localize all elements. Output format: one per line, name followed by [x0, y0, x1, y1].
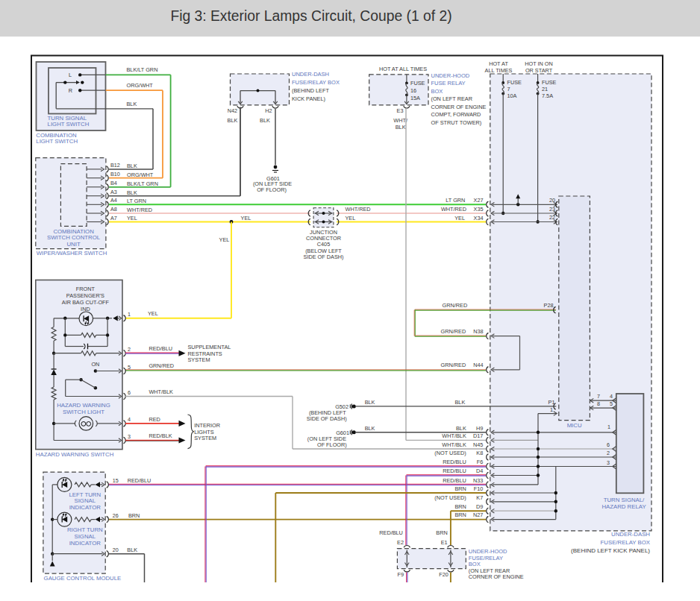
svg-text:SWITCH LIGHT: SWITCH LIGHT	[63, 409, 104, 415]
svg-text:BLK: BLK	[127, 189, 137, 196]
svg-text:WHT/BLK: WHT/BLK	[149, 388, 173, 395]
svg-text:LT GRN: LT GRN	[127, 198, 146, 204]
svg-text:16: 16	[410, 87, 416, 94]
svg-text:23: 23	[549, 206, 555, 213]
svg-text:A7: A7	[110, 215, 117, 221]
svg-text:FUSE: FUSE	[542, 79, 557, 86]
svg-text:GAUGE CONTROL MODULE: GAUGE CONTROL MODULE	[44, 575, 122, 582]
svg-text:HOT AT ALL TIMES: HOT AT ALL TIMES	[379, 66, 427, 72]
svg-text:F20: F20	[439, 571, 449, 578]
svg-text:N27: N27	[473, 512, 483, 518]
svg-text:RED/BLU: RED/BLU	[443, 477, 466, 484]
svg-text:UNDER-HOOD: UNDER-HOOD	[431, 72, 470, 79]
svg-text:(NOT USED): (NOT USED)	[434, 494, 466, 501]
svg-text:GRN/RED: GRN/RED	[441, 362, 466, 368]
svg-text:BRN: BRN	[436, 529, 447, 536]
svg-text:FUSE/RELAY BOX: FUSE/RELAY BOX	[292, 79, 340, 86]
svg-text:MICU: MICU	[567, 422, 582, 429]
svg-text:7: 7	[597, 393, 600, 400]
svg-text:SIGNAL: SIGNAL	[74, 533, 96, 540]
svg-text:ON: ON	[91, 361, 99, 368]
svg-text:N33: N33	[473, 477, 483, 484]
svg-text:4: 4	[128, 416, 131, 423]
svg-text:20: 20	[113, 547, 119, 553]
svg-text:INDICATOR: INDICATOR	[69, 504, 101, 511]
svg-text:BLK: BLK	[127, 163, 137, 169]
svg-text:PASSENGER'S: PASSENGER'S	[66, 292, 104, 299]
svg-text:15: 15	[113, 477, 119, 484]
svg-text:SYSTEM: SYSTEM	[194, 435, 216, 441]
svg-text:B12: B12	[110, 162, 120, 169]
svg-text:OF FLOOR): OF FLOOR)	[257, 186, 287, 193]
svg-text:5: 5	[128, 364, 131, 371]
svg-text:BLK/LT GRN: BLK/LT GRN	[127, 180, 158, 187]
svg-text:6: 6	[607, 441, 610, 448]
svg-text:FUSE: FUSE	[410, 80, 425, 86]
svg-text:BLK: BLK	[228, 117, 238, 124]
svg-text:BLK: BLK	[396, 124, 406, 130]
svg-text:RED/BLU: RED/BLU	[443, 468, 466, 474]
svg-text:N45: N45	[473, 441, 483, 448]
svg-text:BLK: BLK	[365, 399, 375, 406]
svg-text:CORNER OF ENGINE: CORNER OF ENGINE	[469, 573, 524, 580]
svg-text:H2: H2	[265, 107, 272, 114]
svg-text:P1: P1	[549, 399, 555, 406]
svg-text:BRN: BRN	[454, 485, 466, 492]
svg-text:SIDE OF DASH): SIDE OF DASH)	[307, 415, 347, 422]
svg-text:20: 20	[549, 197, 555, 204]
svg-text:F9: F9	[397, 571, 404, 578]
svg-text:RED/BLU: RED/BLU	[379, 529, 403, 536]
svg-text:YEL: YEL	[148, 310, 158, 317]
svg-text:D9: D9	[476, 503, 483, 510]
svg-text:ORG/WHT: ORG/WHT	[127, 82, 154, 89]
svg-text:YEL: YEL	[241, 215, 251, 221]
svg-text:15A: 15A	[410, 95, 420, 101]
svg-text:WHT/RED: WHT/RED	[441, 206, 466, 213]
svg-text:(BEHIND LEFT: (BEHIND LEFT	[292, 87, 329, 94]
svg-text:UNDER-DASH: UNDER-DASH	[292, 71, 329, 78]
svg-text:BOX: BOX	[431, 88, 443, 95]
svg-text:BLK: BLK	[127, 547, 137, 553]
svg-text:P28: P28	[544, 302, 554, 309]
svg-text:F10: F10	[474, 485, 484, 492]
svg-text:7.5A: 7.5A	[542, 92, 553, 99]
svg-text:YEL: YEL	[219, 236, 230, 243]
svg-text:R: R	[69, 87, 72, 94]
svg-text:X35: X35	[474, 206, 484, 213]
svg-text:5: 5	[610, 400, 613, 407]
svg-text:TURN SIGNAL/: TURN SIGNAL/	[604, 497, 645, 503]
svg-text:10A: 10A	[507, 92, 517, 99]
svg-text:ORG/WHT: ORG/WHT	[127, 172, 154, 178]
svg-text:FUSE/RELAY BOX: FUSE/RELAY BOX	[601, 539, 651, 546]
svg-text:GRN/RED: GRN/RED	[443, 302, 468, 309]
svg-text:K8: K8	[476, 450, 483, 456]
svg-text:8: 8	[597, 400, 600, 407]
svg-text:BRN: BRN	[454, 512, 466, 518]
svg-text:K7: K7	[476, 494, 483, 501]
svg-text:N44: N44	[473, 362, 483, 368]
svg-text:FUSE RELAY: FUSE RELAY	[431, 80, 466, 86]
svg-text:GRN/RED: GRN/RED	[441, 328, 466, 335]
svg-text:H9: H9	[476, 425, 483, 432]
svg-text:AIR BAG CUT-OFF: AIR BAG CUT-OFF	[62, 299, 110, 306]
svg-text:RED/BLK: RED/BLK	[149, 432, 172, 439]
svg-text:N42: N42	[228, 107, 237, 114]
svg-text:WHT/RED: WHT/RED	[346, 206, 371, 213]
svg-text:1: 1	[550, 406, 553, 413]
svg-text:YEL: YEL	[454, 215, 465, 221]
svg-text:(ON LEFT REAR: (ON LEFT REAR	[431, 95, 472, 102]
svg-text:OF STRUT TOWER): OF STRUT TOWER)	[431, 119, 482, 126]
svg-text:RED/BLU: RED/BLU	[443, 459, 466, 465]
svg-text:E1: E1	[441, 539, 448, 546]
svg-text:RED/BLU: RED/BLU	[128, 477, 151, 484]
svg-text:BLK: BLK	[365, 425, 375, 432]
svg-text:BLK: BLK	[455, 399, 466, 406]
svg-text:FRONT: FRONT	[76, 286, 96, 292]
svg-text:BRN: BRN	[128, 512, 140, 519]
svg-text:F6: F6	[477, 459, 484, 465]
svg-text:GRN/RED: GRN/RED	[149, 362, 174, 369]
svg-text:SYSTEM: SYSTEM	[188, 356, 210, 363]
svg-text:6: 6	[128, 389, 131, 396]
svg-text:WIPER/WASHER SWITCH: WIPER/WASHER SWITCH	[37, 250, 107, 257]
svg-text:YEL: YEL	[346, 215, 356, 221]
